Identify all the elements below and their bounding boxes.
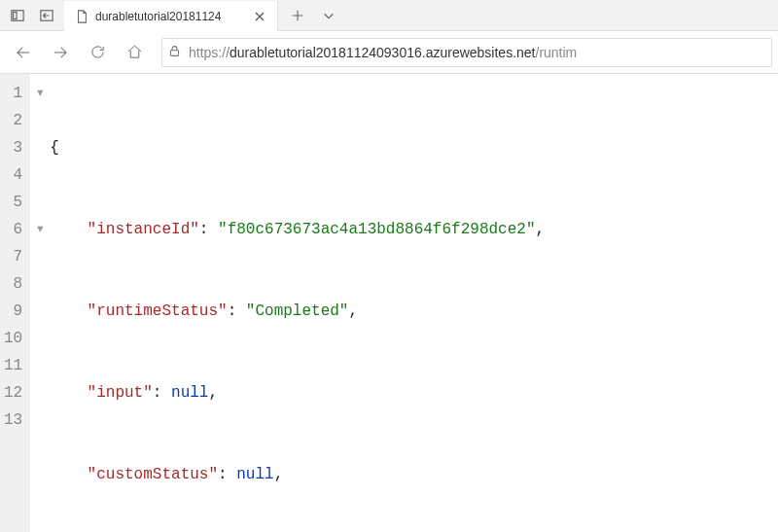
fold-toggle[interactable]: ▾ — [30, 80, 50, 107]
code-body: { "instanceId": "f80c673673ac4a13bd8864f… — [50, 74, 545, 532]
url-text: https://durabletutorial20181124093016.az… — [189, 45, 577, 60]
line-number: 9 — [4, 298, 22, 325]
line-gutter: 12345678910111213 — [0, 74, 30, 532]
url-path: /runtim — [536, 45, 578, 60]
titlebar: durabletutorial20181124 — [0, 0, 778, 31]
line-number: 2 — [4, 107, 22, 134]
new-tab-button[interactable] — [284, 2, 311, 29]
home-button[interactable] — [117, 35, 152, 70]
line-number: 4 — [4, 161, 22, 189]
line-number: 12 — [4, 379, 22, 407]
toolbar: https://durabletutorial20181124093016.az… — [0, 31, 778, 74]
line-number: 8 — [4, 270, 22, 298]
tab-aside-icon[interactable] — [4, 2, 31, 29]
line-number: 11 — [4, 352, 22, 379]
refresh-button[interactable] — [80, 35, 115, 70]
svg-rect-1 — [14, 12, 18, 18]
line-number: 5 — [4, 189, 22, 216]
line-number: 7 — [4, 243, 22, 270]
url-host: durabletutorial20181124093016.azurewebsi… — [230, 45, 535, 60]
back-button[interactable] — [6, 35, 41, 70]
address-bar[interactable]: https://durabletutorial20181124093016.az… — [161, 38, 772, 67]
line-number: 6 — [4, 216, 22, 243]
tab-title: durabletutorial20181124 — [95, 10, 246, 23]
tab-tools — [0, 0, 64, 30]
fold-toggle[interactable]: ▾ — [30, 216, 50, 243]
url-protocol: https:// — [189, 45, 230, 60]
newtab-area — [278, 0, 348, 30]
svg-rect-3 — [170, 50, 178, 55]
tab-set-aside-icon[interactable] — [33, 2, 60, 29]
close-icon[interactable] — [252, 9, 267, 24]
tab-dropdown-icon[interactable] — [315, 2, 342, 29]
page-icon — [74, 9, 89, 24]
forward-button[interactable] — [43, 35, 78, 70]
lock-icon — [168, 45, 181, 60]
line-number: 13 — [4, 407, 22, 434]
line-number: 10 — [4, 325, 22, 352]
line-number: 3 — [4, 134, 22, 161]
browser-tab[interactable]: durabletutorial20181124 — [64, 1, 278, 31]
json-viewer: 12345678910111213 ▾ ▾ { "instanceId": "f… — [0, 74, 778, 532]
line-number: 1 — [4, 80, 22, 107]
fold-gutter: ▾ ▾ — [30, 74, 50, 532]
